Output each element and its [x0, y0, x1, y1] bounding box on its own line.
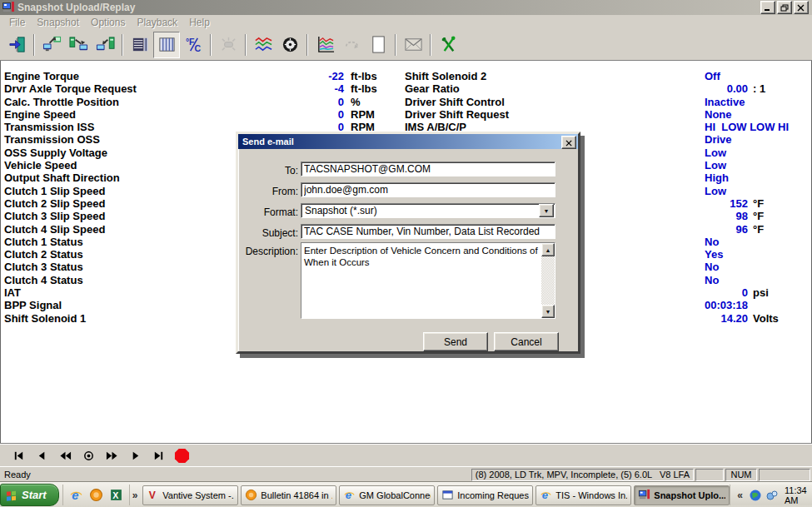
toolbar-separator [430, 34, 431, 56]
globe-tray-icon[interactable] [749, 489, 762, 502]
list-item[interactable]: Engine Torque-22ft-lbsShift Solenoid 2Of… [1, 70, 811, 82]
gauge-icon [281, 35, 300, 54]
from-input[interactable] [301, 182, 555, 197]
param-name-left: Clutch 2 Status [4, 248, 254, 261]
exit-button[interactable] [3, 32, 30, 58]
param-name-left: Clutch 3 Status [4, 261, 254, 273]
upload-pc-button[interactable] [38, 32, 65, 58]
start-button[interactable]: Start [0, 484, 59, 506]
param-value-right: 00:03:18 [705, 299, 748, 311]
tools-button[interactable] [435, 32, 461, 58]
param-value-left: -22 [254, 70, 344, 82]
download-device-button[interactable] [92, 32, 118, 58]
vantive-icon: V [147, 489, 159, 501]
gauge-button[interactable] [276, 32, 303, 58]
messenger-tray-icon[interactable] [765, 489, 779, 502]
stop-button[interactable] [170, 446, 193, 465]
rewind-button[interactable] [53, 446, 77, 465]
taskbar-task[interactable]: Bulletin 41864 in ... [241, 485, 336, 505]
list-item[interactable]: Drvr Axle Torque Request-4ft-lbsGear Rat… [1, 82, 811, 95]
status-panel-empty-1 [695, 469, 724, 481]
excel-icon: X [109, 488, 123, 502]
vehicle-info-panel: (8) 2008, LD Trk, MPV, Incomplete, (5) 6… [471, 469, 694, 481]
taskbar-task[interactable]: Snapshot Uplo... [634, 485, 730, 505]
skip-first-button[interactable] [7, 446, 30, 465]
description-scrollbar[interactable]: ▲ ▼ [541, 243, 555, 318]
list-item[interactable]: Engine Speed0RPMDriver Shift RequestNone [1, 108, 811, 121]
param-value-right: Yes [705, 248, 748, 261]
graph-button[interactable] [250, 32, 276, 58]
send-button[interactable]: Send [423, 332, 488, 351]
upload-device-button[interactable] [65, 32, 92, 58]
tools-icon [439, 35, 458, 54]
num-lock-indicator: NUM [725, 469, 757, 481]
param-value-right: HI LOW LOW HI [705, 121, 748, 133]
view-columns-button[interactable] [153, 32, 180, 58]
step-forward-button[interactable] [123, 446, 147, 465]
flash-icon [219, 35, 238, 54]
view-rows-button[interactable] [127, 32, 153, 58]
record-center-button[interactable] [77, 446, 100, 465]
scroll-down-icon[interactable]: ▼ [541, 305, 555, 318]
task-label: Vantive System -... [162, 490, 234, 500]
menu-options: Options [85, 17, 131, 28]
graph-icon [254, 35, 273, 54]
param-unit-right: Volts [753, 312, 779, 325]
param-value-right: 152 [705, 197, 748, 210]
list-item[interactable]: Calc. Throttle Position0%Driver Shift Co… [1, 96, 811, 108]
replay-button [338, 32, 365, 58]
param-name-right: Driver Shift Request [405, 108, 705, 121]
param-value-right: 14.20 [705, 312, 748, 325]
param-name-left: Clutch 2 Slip Speed [4, 197, 254, 210]
param-name-left: Vehicle Speed [4, 159, 254, 171]
chevron-left-icon[interactable]: « [735, 490, 745, 501]
task-label: GM GlobalConnec... [359, 490, 431, 500]
app-window: Snapshot Upload/Replay FileSnapshotOptio… [0, 0, 812, 507]
chevron-right-icon[interactable]: » [130, 490, 141, 501]
step-back-button[interactable] [30, 446, 53, 465]
skip-last-button[interactable] [147, 446, 170, 465]
dialog-close-button[interactable] [561, 136, 576, 149]
status-ready: Ready [0, 470, 31, 480]
to-label: To: [243, 165, 298, 176]
multi-graph-button[interactable] [311, 32, 338, 58]
taskbar-task[interactable]: eTIS - Windows In... [536, 485, 631, 505]
toolbar-separator [306, 34, 308, 56]
close-button[interactable] [794, 1, 809, 14]
quicklaunch-app[interactable] [89, 488, 103, 502]
email-button[interactable] [400, 32, 426, 58]
param-value-left: 0 [254, 108, 344, 121]
new-page-button[interactable] [365, 32, 391, 58]
toolbar: °FC [0, 29, 812, 61]
taskbar: Start eX » VVantive System -...Bulletin … [0, 481, 812, 507]
cancel-button[interactable]: Cancel [494, 332, 559, 351]
restore-button[interactable] [777, 1, 792, 14]
restore-icon [780, 2, 789, 14]
subject-input[interactable] [301, 224, 555, 239]
scroll-track[interactable] [541, 256, 555, 305]
param-value-right: Inactive [705, 96, 748, 108]
taskbar-task[interactable]: VVantive System -... [142, 485, 238, 505]
minimize-button[interactable] [760, 1, 775, 14]
taskbar-task[interactable]: Incoming Reques... [437, 485, 533, 505]
step-back-icon [36, 450, 48, 462]
taskbar-task[interactable]: eGM GlobalConnec... [339, 485, 435, 505]
format-select[interactable]: Snapshot (*.sur) ▼ [301, 203, 555, 218]
to-input[interactable] [301, 162, 555, 176]
quicklaunch-excel[interactable]: X [109, 488, 123, 502]
units-fc-toggle-button[interactable]: °FC [180, 32, 207, 58]
exit-icon [7, 35, 27, 54]
quicklaunch-ie[interactable]: e [69, 488, 83, 502]
menu-playback: Playback [131, 17, 183, 28]
description-input[interactable]: Enter Description of Vehicle Concern and… [301, 243, 541, 318]
param-name-left: Transmission ISS [4, 121, 254, 133]
scroll-up-icon[interactable]: ▲ [541, 243, 555, 256]
fast-forward-button[interactable] [100, 446, 123, 465]
chevron-down-icon[interactable]: ▼ [539, 204, 554, 217]
orange-app-icon [89, 488, 103, 502]
rewind-icon [59, 450, 72, 462]
fast-forward-icon [106, 450, 118, 462]
dialog-title: Send e-mail [242, 137, 294, 147]
param-name-left: Clutch 1 Slip Speed [4, 185, 254, 197]
window-controls [760, 1, 809, 14]
